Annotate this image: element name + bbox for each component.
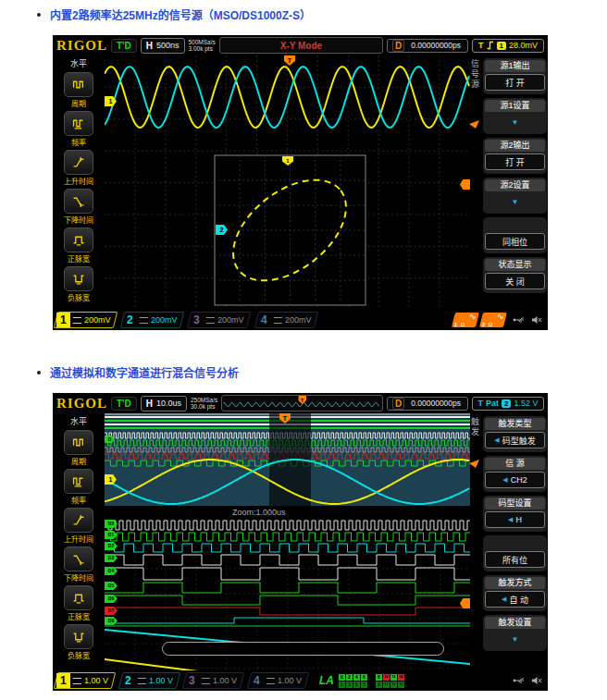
soft-menu-value[interactable]: 同相位 [485, 233, 545, 250]
measure-menu-button[interactable]: 频率 [53, 111, 105, 147]
measure-menu-button[interactable]: 正脉宽 [53, 227, 105, 264]
soft-menu-value[interactable]: ◀ 码型触发 [485, 432, 545, 448]
channel-chip[interactable]: 4 200mV [254, 312, 318, 328]
usb-icon [513, 676, 526, 685]
channel-chip[interactable]: 2 1.00 V [118, 672, 180, 689]
waveform-icon [64, 585, 93, 610]
soft-menu-value[interactable]: 打 开 [485, 154, 545, 170]
soft-menu-item[interactable]: 同相位 [483, 217, 547, 253]
scope2-soft-menu: 触发类型 ◀ 码型触发 信 源 ◀ CH2 码型设置 ◀ H 所有位 触发方式 … [483, 416, 547, 655]
dc-coupling-icon [206, 317, 215, 324]
soft-menu-item[interactable]: 所有位 [483, 535, 547, 571]
channel-chip[interactable]: 3 1.00 V [182, 672, 244, 689]
channel-chip[interactable]: 2 200mV [120, 312, 185, 328]
soft-menu-item[interactable]: 触发方式 ◀ 自 动 [483, 575, 547, 611]
speaker-muted-icon [531, 315, 542, 325]
trigger-status-badge: T'D [111, 39, 137, 53]
soft-menu-value[interactable]: 打 开 [485, 74, 545, 91]
left-select-icon: ◀ [502, 596, 506, 603]
waveform-icon [64, 624, 93, 649]
bullet-dot [37, 371, 41, 375]
soft-menu-item[interactable]: 信 源 ◀ CH2 [483, 456, 547, 492]
measure-menu-button[interactable]: 正脉宽 [53, 585, 105, 621]
horizontal-timebase-box: H 10.0us [141, 396, 187, 411]
sidebar-title: 水平 [53, 57, 105, 69]
zoom-scale-label: Zoom:1.000us [232, 508, 286, 517]
trigger-status-badge: T'D [111, 397, 137, 411]
measure-menu-button[interactable]: 上升时间 [53, 508, 105, 544]
sample-rate-readout: 250MSa/s 30.0k pts [191, 397, 217, 411]
dc-coupling-icon [273, 317, 281, 324]
delay-icon: D [392, 398, 404, 410]
soft-menu-item[interactable]: 触发设置 ▼ [483, 615, 547, 651]
channel-chip[interactable]: 1 1.00 V [54, 672, 116, 689]
measure-menu-button[interactable]: 频率 [53, 469, 105, 505]
measure-menu-button[interactable]: 负脉宽 [53, 624, 105, 660]
measure-menu-button[interactable]: 负脉宽 [53, 266, 105, 302]
source-output-badge: 2 Ω ∿ [479, 313, 507, 327]
dc-coupling-icon [73, 317, 81, 324]
measure-menu-button[interactable]: 周期 [53, 430, 105, 466]
oscilloscope-screenshot-2: RIGOL T'D H 10.0us 250MSa/s 30.0k pts T … [53, 393, 548, 691]
soft-menu-value[interactable]: ▼ [485, 631, 545, 647]
waveform-icon [64, 111, 93, 136]
waveform-icon [64, 430, 93, 455]
waveform-icon [64, 150, 93, 175]
display-mode-box: X-Y Mode [219, 37, 383, 54]
soft-menu-value[interactable]: ◀ CH2 [485, 472, 545, 488]
soft-menu-item[interactable]: 触发类型 ◀ 码型触发 [483, 416, 547, 452]
sine-wave-icon: ∿ [469, 312, 477, 321]
sidebar-title: 水平 [53, 415, 105, 427]
zoom-scale-row: Zoom:1.000us [105, 506, 470, 519]
la-label: LA [319, 674, 334, 687]
waveform-overview-bar[interactable]: T [221, 395, 383, 411]
soft-menu-item[interactable]: 源1输出 打 开 [483, 58, 547, 94]
waveform-icon [64, 72, 93, 97]
soft-menu-item[interactable]: 状态显示 关 闭 [483, 257, 547, 293]
channel-chip[interactable]: 3 200mV [187, 312, 252, 328]
soft-menu-item[interactable]: 源2输出 打 开 [483, 138, 547, 174]
tab-indicator-icon [469, 120, 479, 129]
soft-menu-value[interactable]: ▼ [485, 193, 545, 210]
usb-icon [513, 315, 526, 325]
sample-rate-readout: 500MSa/s 3.00k pts [189, 39, 216, 53]
soft-menu-item[interactable]: 源1设置 ▼ [483, 98, 547, 134]
trigger-readout-box: T Pat 2 1.52 V [472, 397, 544, 411]
soft-menu-item[interactable]: 源2设置 ▼ [483, 178, 547, 214]
scope2-display: Zoom:1.000us D1T D0D1D2D3D4D5D6D7D8 [105, 413, 470, 670]
soft-menu-value[interactable]: ◀ 自 动 [485, 591, 545, 608]
dc-coupling-icon [137, 678, 145, 684]
measure-menu-button[interactable]: 下降时间 [53, 546, 105, 583]
feature-heading-2: 通过模拟和数字通道进行混合信号分析 [50, 364, 239, 380]
waveform-icon [64, 508, 93, 533]
delay-icon: D [392, 40, 404, 52]
soft-menu-value[interactable]: ▼ [485, 114, 545, 130]
menu-tab-source: 信号源 [469, 59, 481, 90]
logic-analyzer-status[interactable]: LA 0246135781012149111315 [319, 673, 409, 689]
soft-menu-value[interactable]: ◀ H [485, 511, 545, 528]
soft-menu-value[interactable]: 关 闭 [485, 273, 545, 289]
waveform-icon [64, 189, 93, 214]
bullet-item-2: 通过模拟和数字通道进行混合信号分析 [37, 364, 239, 380]
soft-menu-value[interactable]: 所有位 [485, 551, 545, 568]
left-select-icon: ◀ [494, 436, 499, 444]
soft-menu-item[interactable]: 码型设置 ◀ H [483, 496, 547, 532]
bullet-dot [37, 13, 41, 17]
sine-wave-icon: ∿ [497, 312, 504, 321]
dc-coupling-icon [202, 678, 210, 684]
measure-menu-button[interactable]: 下降时间 [53, 189, 105, 225]
channel-chip[interactable]: 4 1.00 V [247, 672, 309, 689]
left-select-icon: ◀ [502, 476, 507, 484]
scope2-top-markers: D1T [105, 413, 470, 506]
menu-tab-trigger: 触发 [469, 417, 481, 437]
measure-menu-button[interactable]: 上升时间 [53, 150, 105, 186]
bullet-item-1: 内置2路频率达25MHz的信号源（MSO/DS1000Z-S） [37, 6, 311, 22]
scope1-status-bar: 1 200mV 2 200mV 3 200mV 4 200mV 1 Ω ∿ 2 … [53, 310, 548, 330]
measure-menu-button[interactable]: 周期 [53, 72, 105, 108]
trigger-source-badge: 1 [497, 42, 506, 50]
system-icons [513, 315, 542, 325]
channel-chip[interactable]: 1 200mV [54, 312, 118, 328]
trigger-source-badge: 2 [502, 399, 511, 408]
scope2-header-bar: RIGOL T'D H 10.0us 250MSa/s 30.0k pts T … [53, 393, 548, 413]
tab-indicator-icon [469, 460, 479, 468]
